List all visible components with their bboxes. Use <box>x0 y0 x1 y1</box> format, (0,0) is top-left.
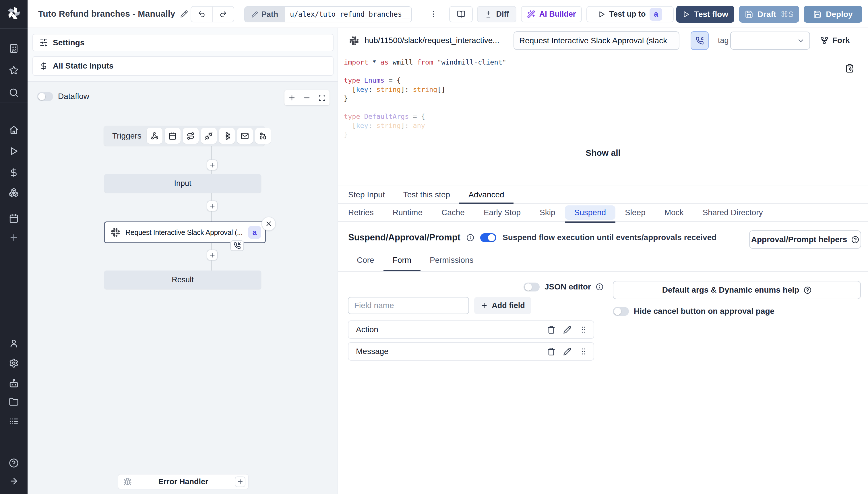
flow-settings-row[interactable]: Settings <box>33 34 334 51</box>
slack-icon <box>350 36 358 45</box>
sidebar-item-expand[interactable] <box>0 475 27 487</box>
path-input[interactable] <box>285 7 411 22</box>
sidebar-item-folders[interactable] <box>0 396 27 407</box>
sidebar-item-search[interactable] <box>0 87 27 98</box>
sidebar-item-help[interactable] <box>0 457 27 469</box>
delete-field-button[interactable] <box>547 347 555 356</box>
subtab-runtime[interactable]: Runtime <box>383 205 432 220</box>
fork-button[interactable]: Fork <box>820 36 850 45</box>
sidebar-item-workers[interactable] <box>0 378 27 389</box>
copy-code-button[interactable] <box>845 64 854 73</box>
add-field-button[interactable]: Add field <box>474 297 531 314</box>
test-up-to-button[interactable]: Test up toa <box>586 6 674 22</box>
subtab-skip[interactable]: Skip <box>530 205 565 220</box>
dollar-icon <box>40 62 48 70</box>
test-flow-button[interactable]: Test flow <box>676 6 734 23</box>
redo-button[interactable] <box>212 6 234 22</box>
zoom-in-button[interactable] <box>284 90 299 105</box>
subtab-mock[interactable]: Mock <box>655 205 693 220</box>
field-name-input[interactable] <box>348 297 469 314</box>
plus-icon <box>480 302 488 309</box>
info-icon[interactable] <box>466 234 474 242</box>
form-tab-permissions[interactable]: Permissions <box>421 248 482 272</box>
add-step-button[interactable] <box>207 250 218 261</box>
triggers-node[interactable]: Triggers <box>104 126 265 146</box>
sidebar-item-account[interactable] <box>0 338 27 349</box>
trigger-poll-icon[interactable] <box>255 128 271 144</box>
add-step-button[interactable] <box>207 201 218 211</box>
step-node-selected[interactable]: Request Interactive Slack Approval (... … <box>104 222 266 243</box>
step-name-input[interactable] <box>514 31 679 50</box>
trigger-route-icon[interactable] <box>183 128 199 144</box>
result-node[interactable]: Result <box>104 270 261 289</box>
docs-button[interactable] <box>449 6 473 22</box>
tab-advanced[interactable]: Advanced <box>459 186 514 203</box>
kebab-icon <box>429 10 438 18</box>
deploy-button[interactable]: Deploy <box>804 6 862 23</box>
code-block[interactable]: import * as wmill from "windmill-client"… <box>344 58 506 139</box>
sidebar <box>0 0 27 494</box>
trigger-webhook-icon[interactable] <box>147 128 163 144</box>
sidebar-item-favorites[interactable] <box>0 64 27 76</box>
dataflow-toggle[interactable] <box>37 92 53 101</box>
phone-incoming-icon <box>234 242 241 249</box>
remove-step-button[interactable] <box>261 216 276 231</box>
subtab-retries[interactable]: Retries <box>339 205 383 220</box>
delete-field-button[interactable] <box>547 326 555 334</box>
edit-field-button[interactable] <box>563 326 572 334</box>
info-icon[interactable] <box>596 283 603 291</box>
form-tab-core[interactable]: Core <box>348 248 384 272</box>
trigger-plug-icon[interactable] <box>201 128 217 144</box>
add-error-handler-button[interactable] <box>235 476 245 487</box>
tag-select[interactable] <box>730 32 810 50</box>
json-editor-toggle[interactable] <box>523 283 540 291</box>
fullscreen-button[interactable] <box>315 90 330 105</box>
zoom-out-button[interactable] <box>299 90 314 105</box>
drag-field-handle[interactable] <box>579 347 588 356</box>
approval-prompt-helpers-button[interactable]: Approval/Prompt helpers <box>749 230 861 249</box>
gear-icon <box>9 358 19 368</box>
default-args-help-button[interactable]: Default args & Dynamic enums help <box>613 281 861 299</box>
step-id-badge: a <box>248 226 261 239</box>
input-node[interactable]: Input <box>104 174 261 193</box>
tab-step-input[interactable]: Step Input <box>339 186 394 203</box>
form-tab-form[interactable]: Form <box>384 248 421 272</box>
subtab-sleep[interactable]: Sleep <box>615 205 655 220</box>
edit-title-icon[interactable] <box>180 10 188 18</box>
undo-button[interactable] <box>191 6 212 22</box>
step-badge: a <box>650 8 662 21</box>
suspend-settings-button[interactable] <box>690 31 709 50</box>
trigger-mail-icon[interactable] <box>237 128 253 144</box>
draft-button[interactable]: Draft⌘S <box>739 6 799 23</box>
sidebar-item-home[interactable] <box>0 124 27 136</box>
sidebar-item-variables[interactable] <box>0 167 27 178</box>
sidebar-item-workspace[interactable] <box>0 43 27 54</box>
hide-cancel-toggle[interactable] <box>613 307 629 316</box>
all-static-inputs-row[interactable]: All Static Inputs <box>33 56 334 76</box>
trigger-kafka-icon[interactable] <box>219 128 235 144</box>
sidebar-item-resources[interactable] <box>0 187 27 198</box>
drag-field-handle[interactable] <box>579 325 588 334</box>
add-step-button[interactable] <box>207 159 218 170</box>
diff-button[interactable]: Diff <box>477 6 516 22</box>
trigger-calendar-icon[interactable] <box>165 128 181 144</box>
sidebar-item-audit-logs[interactable] <box>0 416 27 427</box>
subtab-early-stop[interactable]: Early Stop <box>474 205 530 220</box>
subtab-cache[interactable]: Cache <box>432 205 474 220</box>
edit-field-button[interactable] <box>563 347 572 356</box>
sidebar-item-settings[interactable] <box>0 358 27 369</box>
subtab-shared-directory[interactable]: Shared Directory <box>693 205 772 220</box>
more-options-button[interactable] <box>427 7 440 21</box>
path-label-chip[interactable]: Path <box>245 7 285 22</box>
ai-builder-button[interactable]: AI Builder <box>521 6 582 22</box>
sidebar-item-runs[interactable] <box>0 146 27 157</box>
windmill-logo[interactable] <box>6 6 21 21</box>
tab-test-this-step[interactable]: Test this step <box>394 186 459 203</box>
suspend-toggle[interactable] <box>480 233 496 242</box>
sidebar-item-schedules[interactable] <box>0 213 27 224</box>
sidebar-item-more[interactable] <box>0 232 27 243</box>
subtab-suspend[interactable]: Suspend <box>565 205 616 220</box>
script-path[interactable]: hub/11500/slack/request_interactive... <box>365 36 499 45</box>
error-handler-node[interactable]: Error Handler <box>118 474 248 489</box>
show-all-button[interactable]: Show all <box>338 148 868 158</box>
